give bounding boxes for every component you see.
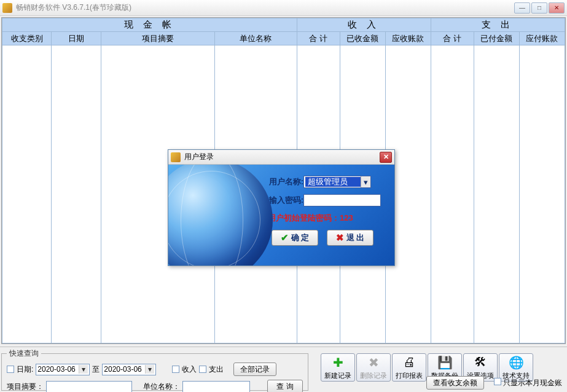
minimize-button[interactable]: —	[514, 2, 530, 14]
col-summary[interactable]: 项目摘要	[101, 32, 214, 45]
printer-icon: 🖨	[402, 355, 416, 370]
only-this-month-checkbox[interactable]	[494, 378, 501, 385]
col-receivable[interactable]: 应收账款	[385, 32, 431, 45]
income-label: 收入	[182, 364, 197, 375]
login-dialog: 用户登录 ✕ 用户名称: 超级管理员 ▾ 输入密码: 用户初始登陆密码：123 …	[168, 149, 395, 266]
unit-label: 单位名称：	[143, 382, 180, 392]
print-report-button[interactable]: 🖨 打印报表	[392, 353, 426, 382]
expense-checkbox[interactable]	[199, 366, 206, 373]
summary-label: 项目摘要：	[7, 382, 44, 392]
date-label: 日期:	[17, 364, 33, 375]
main-titlebar: 畅销财务软件 V3.6.7.1(春节珍藏版) — □ ✕	[0, 0, 567, 16]
unit-input[interactable]	[182, 381, 250, 393]
group-cash: 现 金 帐	[2, 18, 297, 32]
login-ok-button[interactable]: ✔ 确 定	[272, 230, 318, 246]
delete-record-button[interactable]: ✖ 删除记录	[356, 353, 391, 382]
password-hint: 用户初始登陆密码：123	[268, 213, 381, 224]
chevron-down-icon[interactable]: ▾	[361, 176, 370, 187]
x-icon: ✖	[336, 232, 344, 243]
new-record-button[interactable]: ✚ 新建记录	[321, 353, 355, 382]
group-income: 收 入	[297, 18, 431, 32]
bottom-panel: 快速查询 日期: 2020-03-06 至 2020-03-06 收入 支出 全…	[0, 347, 567, 392]
close-button[interactable]: ✕	[549, 2, 565, 14]
check-icon: ✔	[281, 232, 289, 243]
income-checkbox[interactable]	[172, 366, 179, 373]
username-value: 超级管理员	[305, 177, 369, 187]
date-from-input[interactable]: 2020-03-06	[36, 364, 90, 375]
globe-icon: 🌐	[509, 355, 523, 370]
search-button[interactable]: 查 询	[267, 380, 303, 392]
date-to-input[interactable]: 2020-03-06	[102, 364, 156, 375]
login-close-button[interactable]: ✕	[380, 152, 392, 163]
view-balance-button[interactable]: 查看收支余额	[426, 376, 484, 390]
login-body: 用户名称: 超级管理员 ▾ 输入密码: 用户初始登陆密码：123 ✔ 确 定 ✖…	[168, 165, 394, 265]
only-this-month-label: 只显示本月现金账	[503, 378, 562, 387]
quick-query-legend: 快速查询	[7, 348, 41, 359]
col-payable[interactable]: 应付账款	[519, 32, 565, 45]
login-title: 用户登录	[184, 152, 214, 162]
maximize-button[interactable]: □	[531, 2, 547, 14]
username-combo[interactable]: 超级管理员 ▾	[303, 176, 371, 188]
col-paid[interactable]: 已付金额	[474, 32, 519, 45]
all-records-button[interactable]: 全部记录	[233, 363, 276, 376]
delete-icon: ✖	[366, 355, 381, 370]
login-exit-button[interactable]: ✖ 退 出	[327, 230, 373, 246]
login-app-icon	[171, 152, 181, 162]
quick-query-group: 快速查询 日期: 2020-03-06 至 2020-03-06 收入 支出 全…	[1, 348, 308, 391]
summary-input[interactable]	[46, 381, 132, 393]
floppy-icon: 💾	[437, 355, 452, 370]
date-to-label: 至	[92, 364, 100, 375]
login-titlebar[interactable]: 用户登录 ✕	[168, 150, 394, 165]
plus-icon: ✚	[330, 355, 345, 370]
col-income-total[interactable]: 合 计	[297, 32, 340, 45]
app-icon	[2, 3, 12, 13]
col-expense-total[interactable]: 合 计	[431, 32, 474, 45]
col-received[interactable]: 已收金额	[340, 32, 385, 45]
col-type[interactable]: 收支类别	[2, 32, 52, 45]
col-date[interactable]: 日期	[52, 32, 101, 45]
expense-label: 支出	[209, 364, 224, 375]
password-input[interactable]	[303, 194, 381, 206]
col-unit[interactable]: 单位名称	[214, 32, 297, 45]
group-expense: 支 出	[431, 18, 565, 32]
window-title: 畅销财务软件 V3.6.7.1(春节珍藏版)	[16, 2, 514, 13]
date-checkbox[interactable]	[7, 366, 14, 373]
username-label: 用户名称:	[260, 176, 303, 187]
globe-graphic	[168, 165, 273, 265]
wrench-icon: 🛠	[473, 355, 488, 370]
